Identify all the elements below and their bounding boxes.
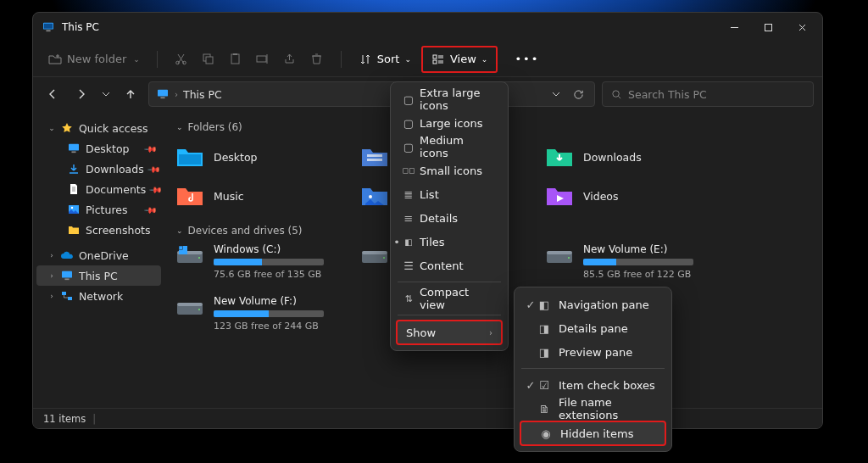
drive-name: Windows (C:) [214, 243, 324, 255]
pin-icon: 📌 [144, 203, 158, 216]
delete-icon [310, 53, 324, 66]
star-icon [60, 121, 74, 135]
menu-item-medium-icons[interactable]: ▢Medium icons [396, 135, 503, 159]
chevron-down-icon: ⌄ [133, 55, 140, 64]
menu-item-extra-large-icons[interactable]: ▢Extra large icons [396, 87, 503, 111]
delete-button[interactable] [303, 47, 331, 72]
folder-name: Downloads [583, 151, 642, 164]
menu-item-large-icons[interactable]: ▢Large icons [396, 111, 503, 135]
svg-rect-13 [158, 90, 168, 97]
menu-item-hidden-items[interactable]: ◉Hidden items [520, 421, 666, 446]
menu-item-label: Content [420, 259, 464, 272]
rename-button[interactable] [249, 47, 276, 72]
onedrive-icon [60, 248, 74, 262]
bullet-icon: • [392, 236, 401, 248]
menu-item-content[interactable]: ☰Content [396, 254, 503, 277]
menu-item-file-name-extensions[interactable]: 🗎File name extensions [520, 397, 666, 421]
menu-item-tiles[interactable]: •◧Tiles [396, 230, 503, 254]
menu-item-preview-pane[interactable]: ◨Preview pane [520, 340, 666, 364]
chevron-down-icon: ⌄ [481, 55, 488, 64]
drive-item[interactable]: New Volume (E:) 85.5 GB free of 122 GB [541, 243, 719, 280]
view-button[interactable]: View ⌄ [421, 46, 498, 73]
os-drive-icon [175, 245, 205, 267]
breadcrumb[interactable]: This PC [183, 88, 222, 101]
menu-item-details-pane[interactable]: ◨Details pane [520, 316, 666, 340]
address-dropdown-button[interactable] [547, 85, 565, 103]
section-title: Devices and drives (5) [188, 225, 303, 237]
chevron-right-icon: › [175, 90, 178, 99]
svg-rect-26 [367, 159, 382, 161]
svg-rect-17 [71, 151, 75, 153]
this-pc-icon [42, 20, 55, 34]
svg-rect-7 [206, 57, 213, 64]
cut-button[interactable] [168, 47, 195, 72]
svg-rect-16 [69, 144, 79, 151]
window-title: This PC [62, 21, 99, 33]
drive-item[interactable]: Windows (C:) 75.6 GB free of 135 GB [171, 243, 349, 280]
preview-pane-icon: ◨ [538, 346, 550, 359]
close-button[interactable] [785, 14, 819, 40]
pin-icon: 📌 [149, 182, 163, 196]
sidebar-item-label: Quick access [79, 122, 147, 135]
list-icon: ≣ [403, 188, 415, 201]
menu-item-navigation-pane[interactable]: ✓◧Navigation pane [520, 293, 666, 316]
recent-button[interactable] [99, 82, 113, 106]
minimize-button[interactable] [717, 14, 751, 40]
sidebar-item-quick-access[interactable]: ⌄ Quick access [36, 118, 161, 138]
small-icons-icon: ◻◻ [403, 166, 415, 175]
search-input[interactable]: Search This PC [602, 81, 814, 107]
folder-item[interactable]: Videos [541, 179, 719, 213]
sidebar-item-onedrive[interactable]: ›OneDrive [36, 245, 161, 265]
sidebar-item-documents[interactable]: Documents📌 [36, 179, 161, 199]
sort-button[interactable]: Sort ⌄ [352, 47, 418, 72]
menu-item-compact-view[interactable]: ⇅Compact view [396, 287, 503, 310]
folder-item[interactable]: Desktop [171, 140, 349, 174]
sidebar-item-pictures[interactable]: Pictures📌 [36, 199, 161, 220]
pin-icon: 📌 [147, 162, 161, 176]
eye-icon: ◉ [540, 427, 552, 440]
drive-usage-bar [214, 259, 324, 265]
up-button[interactable] [120, 82, 142, 106]
sidebar-item-screenshots[interactable]: Screenshots [36, 220, 161, 240]
forward-button[interactable] [70, 82, 92, 106]
pin-icon: 📌 [144, 142, 158, 155]
menu-item-label: Small icons [420, 165, 482, 177]
maximize-button[interactable] [751, 14, 785, 40]
rename-icon [256, 53, 270, 66]
more-button[interactable]: ••• [508, 47, 546, 72]
paste-button[interactable] [222, 47, 249, 72]
share-button[interactable] [276, 47, 303, 72]
folder-item[interactable]: Music [171, 179, 349, 213]
network-icon [60, 289, 74, 303]
menu-item-list[interactable]: ≣List [396, 182, 503, 206]
back-button[interactable] [42, 82, 64, 106]
desktop-icon [175, 144, 205, 170]
drive-usage-bar [214, 310, 324, 317]
svg-rect-32 [179, 246, 183, 250]
new-folder-button[interactable]: New folder ⌄ [42, 47, 147, 72]
details-pane-icon: ◨ [538, 322, 550, 335]
menu-item-details[interactable]: ≡Details [396, 206, 503, 230]
sidebar-item-this-pc[interactable]: ›This PC [36, 265, 161, 286]
refresh-button[interactable] [569, 85, 587, 103]
svg-rect-21 [64, 278, 69, 280]
folder-item[interactable]: Downloads [541, 140, 719, 174]
svg-point-27 [369, 195, 372, 198]
address-bar[interactable]: › This PC [148, 81, 595, 107]
sidebar-item-network[interactable]: ›Network [36, 286, 161, 306]
copy-button[interactable] [195, 47, 222, 72]
sidebar-item-downloads[interactable]: Downloads📌 [36, 159, 161, 179]
svg-rect-3 [765, 24, 771, 31]
menu-item-item-check-boxes[interactable]: ✓☑Item check boxes [520, 373, 666, 397]
this-pc-icon [156, 87, 170, 101]
menu-item-label: List [420, 188, 439, 201]
menu-item-show[interactable]: Show › [396, 320, 503, 345]
search-icon [609, 87, 623, 101]
svg-rect-25 [367, 154, 382, 157]
drive-item[interactable]: New Volume (F:) 123 GB free of 244 GB [171, 295, 349, 332]
view-icon [431, 53, 445, 66]
menu-item-small-icons[interactable]: ◻◻Small icons [396, 159, 503, 182]
show-submenu: ✓◧Navigation pane ◨Details pane ◨Preview… [514, 287, 672, 452]
sidebar-item-desktop[interactable]: Desktop📌 [36, 138, 161, 159]
svg-point-15 [612, 90, 618, 96]
